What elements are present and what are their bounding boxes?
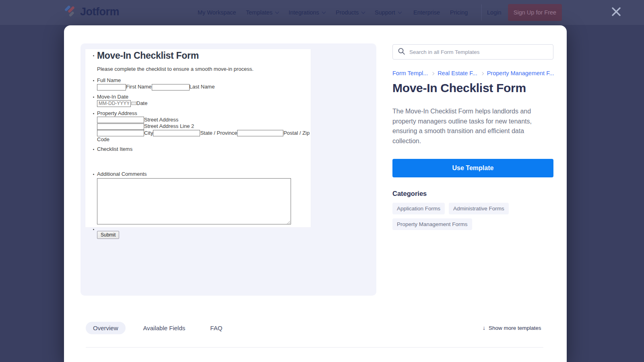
chevron-right-icon — [480, 72, 483, 75]
signup-button[interactable]: Sign Up for Free — [508, 4, 562, 21]
nav-support[interactable]: Support — [375, 9, 401, 16]
template-info-panel: Form Templ... Real Estate F... Property … — [392, 44, 553, 294]
street-address2-sublabel: Street Address Line 2 — [144, 123, 194, 129]
chevron-down-icon — [322, 10, 326, 14]
jotform-logo[interactable]: Jotform — [64, 4, 119, 19]
preview-form-title: Move-In Checklist Form — [97, 50, 306, 61]
date-picker-icon[interactable] — [131, 102, 136, 105]
jotform-logo-icon — [64, 4, 76, 19]
jotform-wordmark: Jotform — [80, 6, 119, 18]
nav-enterprise[interactable]: Enterprise — [413, 9, 440, 16]
page-title: Move-In Checklist Form — [392, 80, 526, 96]
move-in-date-field: Move-In Date Date — [93, 94, 306, 107]
nav-pricing[interactable]: Pricing — [450, 9, 468, 16]
tab-faq[interactable]: FAQ — [203, 322, 229, 334]
property-address-field: Property Address Street Address Street A… — [93, 110, 306, 143]
arrow-down-icon: ↓ — [483, 325, 485, 331]
state-sublabel: State / Province — [200, 130, 237, 136]
date-sublabel: Date — [136, 100, 147, 106]
additional-comments-label: Additional Comments — [97, 171, 306, 177]
checklist-items-field: Checklist Items — [93, 146, 306, 152]
chevron-down-icon — [361, 10, 365, 14]
category-chip-administrative-forms[interactable]: Administrative Forms — [449, 203, 509, 214]
nav-integrations[interactable]: Integrations — [289, 9, 325, 16]
breadcrumb-real-estate[interactable]: Real Estate F... — [438, 70, 477, 76]
breadcrumb-form-templates[interactable]: Form Templ... — [392, 70, 428, 76]
tab-overview[interactable]: Overview — [86, 322, 126, 334]
search-icon — [398, 47, 405, 57]
date-input[interactable] — [97, 100, 131, 107]
template-modal: Move-In Checklist Form Please complete t… — [64, 25, 567, 362]
property-address-label: Property Address — [97, 110, 306, 117]
show-more-templates-link[interactable]: ↓ Show more templates — [483, 325, 541, 331]
additional-comments-field: Additional Comments — [93, 171, 306, 226]
preview-form-subtitle: Please complete the checklist to ensure … — [97, 66, 306, 72]
nav-templates[interactable]: Templates — [246, 9, 279, 16]
login-button[interactable]: Login — [487, 9, 501, 16]
move-in-date-label: Move-In Date — [97, 94, 306, 100]
first-name-sublabel: First Name — [126, 84, 152, 90]
breadcrumb: Form Templ... Real Estate F... Property … — [392, 70, 554, 76]
nav-my-workspace[interactable]: My Workspace — [198, 9, 236, 16]
template-description: The Move-In Checklist Form helps landlor… — [392, 107, 553, 146]
full-name-field: Full Name First NameLast Name — [93, 77, 306, 90]
tabs-divider — [86, 347, 543, 348]
form-preview-card: Move-In Checklist Form Please complete t… — [85, 49, 311, 227]
street-address2-input[interactable] — [97, 123, 144, 130]
submit-item: Submit — [93, 226, 306, 239]
first-name-input[interactable] — [97, 84, 126, 90]
chevron-down-icon — [398, 10, 402, 14]
detail-tabs: Overview Available Fields FAQ — [86, 322, 229, 334]
street-address-input[interactable] — [97, 117, 144, 123]
categories-heading: Categories — [392, 190, 427, 197]
postal-input[interactable] — [237, 130, 283, 136]
breadcrumb-property-management[interactable]: Property Management F... — [487, 70, 554, 76]
street-address-sublabel: Street Address — [144, 117, 178, 123]
state-input[interactable] — [153, 130, 200, 136]
tab-available-fields[interactable]: Available Fields — [136, 322, 193, 334]
last-name-input[interactable] — [152, 84, 190, 90]
submit-button[interactable]: Submit — [97, 231, 119, 239]
last-name-sublabel: Last Name — [190, 84, 215, 90]
checklist-items-label: Checklist Items — [97, 146, 306, 152]
use-template-button[interactable]: Use Template — [392, 159, 553, 177]
show-more-label: Show more templates — [489, 325, 541, 331]
city-input[interactable] — [97, 130, 144, 136]
category-chip-application-forms[interactable]: Application Forms — [392, 203, 445, 214]
form-preview-panel: Move-In Checklist Form Please complete t… — [80, 43, 376, 296]
preview-title-item: Move-In Checklist Form — [93, 50, 306, 61]
top-navigation-bar: Jotform My Workspace Templates Integrati… — [0, 0, 644, 25]
category-chip-property-management-forms[interactable]: Property Management Forms — [392, 218, 472, 230]
search-input[interactable] — [409, 49, 548, 55]
comments-textarea[interactable] — [97, 178, 291, 224]
chevron-down-icon — [275, 10, 279, 14]
city-sublabel: City — [144, 130, 153, 136]
template-search-box[interactable] — [392, 44, 553, 60]
full-name-label: Full Name — [97, 77, 306, 84]
nav-divider — [481, 4, 482, 21]
nav-products[interactable]: Products — [336, 9, 365, 16]
chevron-right-icon — [431, 72, 434, 75]
close-icon[interactable] — [611, 6, 622, 17]
